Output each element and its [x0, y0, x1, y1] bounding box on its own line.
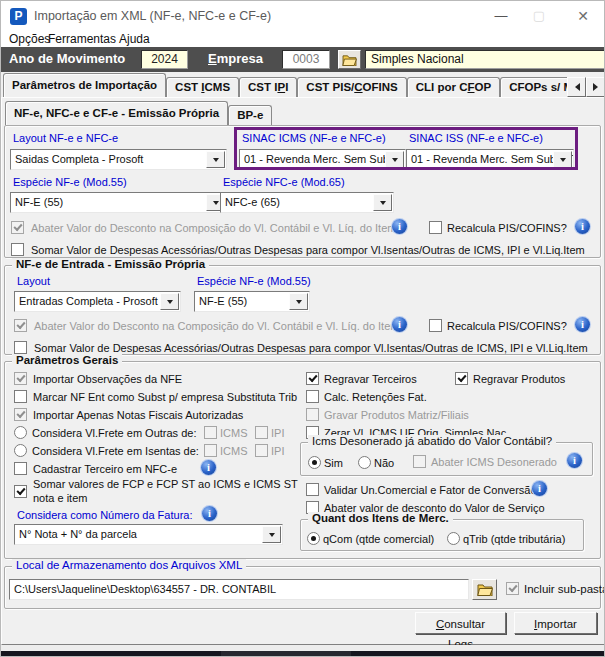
frete-isentas-icms-label: ICMS — [220, 445, 248, 457]
local-armazenamento-caption: Local de Armazenamento dos Arquivos XML — [12, 559, 246, 571]
incluir-subpastas-checkbox[interactable] — [506, 582, 519, 595]
importar-autorizadas-label: Importar Apenas Notas Fiscais Autorizada… — [33, 409, 243, 421]
tab-scroll-right-button[interactable] — [586, 77, 605, 97]
frete-isentas-radio[interactable] — [14, 444, 27, 457]
company-browse-button[interactable] — [338, 50, 361, 69]
app-icon: P — [10, 8, 27, 25]
left-arrow-icon — [571, 83, 580, 91]
tab-bpe[interactable]: BP-e — [228, 105, 272, 125]
validar-un-comercial-checkbox[interactable] — [306, 483, 319, 496]
desonerado-nao-radio[interactable] — [358, 456, 371, 469]
layout-nfe-select[interactable]: Saidas Completa - Prosoft — [10, 149, 227, 170]
importar-autorizadas-checkbox[interactable] — [14, 408, 27, 421]
regravar-terceiros-checkbox[interactable] — [306, 372, 319, 385]
dropdown-arrow-icon[interactable] — [385, 151, 404, 168]
calc-retencoes-checkbox[interactable] — [306, 390, 319, 403]
especie-nfe-value: NF-E (55) — [15, 196, 63, 208]
menu-opcoes[interactable]: Opções — [9, 32, 50, 46]
menu-ajuda[interactable]: Ajuda — [119, 32, 150, 46]
frete-outras-label: Considera Vl.Frete em Outras de: — [32, 427, 196, 439]
quant-itens-caption: Quant dos Itens de Merc. — [308, 512, 453, 524]
sinac-icms-label: SINAC ICMS (NF-e e NFC-e) — [242, 132, 386, 144]
sinac-icms-select[interactable]: 01 - Revenda Merc. Sem Subst — [239, 149, 406, 170]
entrada-especie-value: NF-E (55) — [199, 295, 247, 307]
dropdown-arrow-icon[interactable] — [553, 151, 572, 168]
marcar-nf-subst-checkbox[interactable] — [14, 390, 27, 403]
info-icon[interactable] — [567, 453, 582, 468]
desonerado-nao-label: Não — [374, 457, 394, 469]
entrada-abater-desconto-checkbox[interactable] — [14, 319, 27, 332]
info-icon[interactable] — [532, 481, 547, 496]
qcom-radio[interactable] — [307, 532, 320, 545]
inner-tab-strip: NF-e, NFC-e e CF-e - Emissão Própria BP-… — [5, 101, 272, 125]
entrada-recalcula-checkbox[interactable] — [429, 319, 442, 332]
info-icon[interactable] — [575, 219, 590, 234]
importar-button[interactable]: Importar — [514, 612, 597, 634]
importar-observacoes-checkbox[interactable] — [14, 372, 27, 385]
open-folder-icon — [342, 54, 357, 66]
menu-bar: Opções Ferramentas Ajuda — [1, 31, 605, 47]
cadastrar-terceiro-checkbox[interactable] — [14, 462, 27, 475]
company-label: Empresa — [208, 51, 263, 66]
frete-isentas-icms-checkbox — [204, 444, 217, 457]
somar-despesas-checkbox[interactable] — [11, 243, 24, 256]
entrada-somar-despesas-checkbox[interactable] — [14, 341, 27, 354]
info-icon[interactable] — [392, 317, 407, 332]
tab-cst-pis-cofins[interactable]: CST PIS/COFINS — [297, 77, 406, 97]
especie-nfe-select[interactable]: NF-E (55) — [10, 192, 227, 213]
taskbar-segment — [221, 651, 351, 657]
frete-outras-radio[interactable] — [14, 426, 27, 439]
desonerado-sim-radio[interactable] — [308, 456, 321, 469]
info-icon[interactable] — [575, 317, 590, 332]
xml-path-input[interactable]: C:\Users\Jaqueline\Desktop\634557 - DR. … — [9, 579, 469, 600]
tab-nfe-emissao-propria[interactable]: NF-e, NFC-e e CF-e - Emissão Própria — [5, 101, 228, 125]
close-button[interactable]: ✕ — [568, 1, 598, 31]
tab-cfops-mov-fis[interactable]: CFOPs s/ Mov.Fís — [500, 77, 567, 97]
layout-nfe-value: Saidas Completa - Prosoft — [15, 153, 143, 165]
dropdown-arrow-icon[interactable] — [373, 194, 392, 211]
info-icon[interactable] — [201, 460, 216, 475]
entrada-especie-select[interactable]: NF-E (55) — [194, 291, 310, 312]
calc-retencoes-label: Calc. Retenções Fat. — [324, 391, 427, 403]
entrada-layout-value: Entradas Completa - Prosoft — [19, 295, 158, 307]
minimize-button[interactable]: — — [486, 1, 516, 31]
entrada-layout-select[interactable]: Entradas Completa - Prosoft — [14, 291, 181, 312]
especie-nfce-value: NFC-e (65) — [225, 196, 280, 208]
entrada-especie-label: Espécie NF-e (Mod.55) — [197, 275, 311, 287]
abater-desconto-checkbox[interactable] — [11, 221, 24, 234]
tab-cst-icms[interactable]: CST ICMS — [166, 77, 239, 97]
entrada-somar-despesas-label: Somar Valor de Despesas Acessórias/Outra… — [34, 342, 588, 354]
regravar-produtos-checkbox[interactable] — [455, 372, 468, 385]
info-icon[interactable] — [202, 506, 217, 521]
recalcula-pis-cofins-checkbox[interactable] — [429, 221, 442, 234]
info-icon[interactable] — [392, 219, 407, 234]
year-input[interactable]: 2024 — [141, 50, 188, 69]
regravar-produtos-label: Regravar Produtos — [473, 373, 565, 385]
especie-nfce-select[interactable]: NFC-e (65) — [220, 192, 394, 213]
dropdown-arrow-icon[interactable] — [160, 293, 179, 310]
frete-outras-icms-label: ICMS — [220, 427, 248, 439]
dropdown-arrow-icon[interactable] — [262, 526, 281, 543]
somar-fcp-checkbox[interactable] — [14, 485, 27, 498]
marcar-nf-subst-label: Marcar NF Ent como Subst p/ empresa Subs… — [33, 391, 297, 403]
dropdown-arrow-icon[interactable] — [289, 293, 308, 310]
sinac-iss-value: 01 - Revenda Merc. Sem Subst.T — [411, 153, 574, 165]
icms-desonerado-caption: Icms Desonerado já abatido do Valor Cont… — [308, 435, 556, 447]
company-code-input[interactable]: 0003 — [282, 50, 330, 69]
sinac-iss-select[interactable]: 01 - Revenda Merc. Sem Subst.T — [406, 149, 574, 170]
menu-ferramentas[interactable]: Ferramentas — [48, 32, 116, 46]
gravar-matriz-checkbox — [306, 408, 319, 421]
browse-folder-button[interactable] — [472, 579, 497, 600]
consultar-logs-button[interactable]: Consultar Logs — [415, 612, 506, 634]
year-label: Ano de Movimento — [9, 51, 125, 66]
qtrib-radio[interactable] — [447, 532, 460, 545]
tab-scroll-left-button[interactable] — [567, 77, 586, 97]
abater-desconto-label: Abater Valor do Desconto na Composição d… — [31, 222, 396, 234]
tab-cli-por-cfop[interactable]: CLI por CFOP — [407, 77, 500, 97]
numero-fatura-select[interactable]: N° Nota + N° da parcela — [14, 524, 283, 545]
tab-cst-ipi[interactable]: CST IPI — [239, 77, 297, 97]
tab-parametros-importacao[interactable]: Parâmetros de Importação — [3, 73, 166, 97]
somar-despesas-label: Somar Valor de Despesas Acessórias/Outra… — [31, 244, 585, 256]
dropdown-arrow-icon[interactable] — [206, 151, 225, 168]
layout-nfe-label: Layout NF-e e NFC-e — [13, 132, 118, 144]
